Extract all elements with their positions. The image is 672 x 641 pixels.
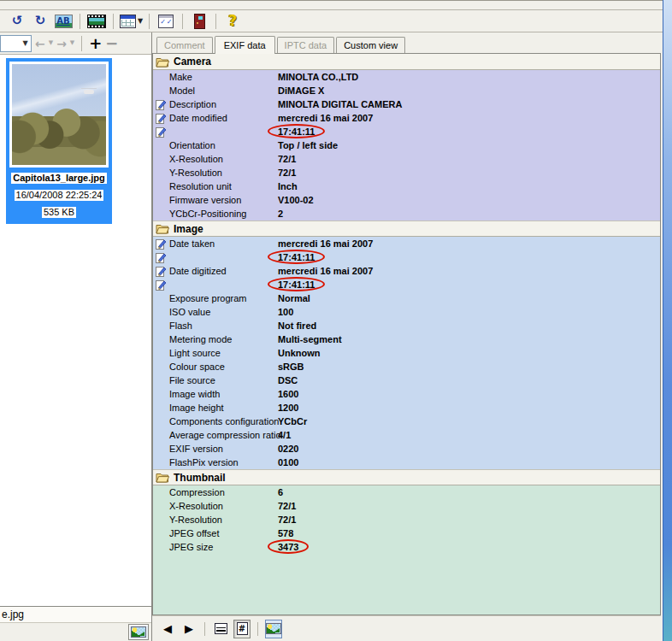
exif-row: X-Resolution72/1 — [153, 152, 660, 166]
exit-button[interactable] — [189, 12, 209, 31]
properties-button[interactable] — [156, 12, 176, 31]
folder-combobox[interactable]: ▼ — [0, 35, 32, 52]
exif-field-label: JPEG size — [169, 542, 278, 552]
exif-row: Firmware versionV100-02 — [153, 193, 660, 207]
exif-field-value: sRGB — [278, 362, 304, 372]
list-view-button[interactable] — [212, 620, 229, 638]
exif-field-value: mercredi 16 mai 2007 — [278, 266, 373, 276]
exif-field-value: 0220 — [278, 444, 298, 454]
index-view-button[interactable]: # — [233, 620, 251, 638]
tab-custom-view[interactable]: Custom view — [336, 37, 405, 53]
section-header-camera: Camera — [153, 54, 660, 70]
exif-row: Y-Resolution72/1 — [153, 166, 660, 179]
next-arrow-icon: ▶ — [185, 623, 193, 634]
zoom-out-button[interactable]: − — [105, 36, 118, 51]
info-panel: Comment EXIF data IPTC data Custom view … — [152, 32, 672, 641]
exif-field-value-highlighted: 17:41:11 — [278, 279, 315, 290]
exif-field-label: Compression — [169, 487, 278, 497]
section-title: Thumbnail — [174, 472, 226, 484]
toolbar-separator — [257, 622, 258, 636]
rotate-ccw-button[interactable]: ↺ — [7, 12, 27, 31]
browser-status-area: e.jpg — [0, 606, 151, 641]
exif-field-label: Flash — [169, 320, 278, 331]
exif-field-label: Make — [169, 72, 278, 82]
rotate-cw-button[interactable]: ↻ — [30, 12, 50, 31]
exif-field-label: Date digitized — [169, 266, 278, 276]
application-window: ↺ ↻ AB ▼ ? ▼ ← ▼ → ▼ + − — [0, 0, 672, 641]
toolbar-separator — [81, 36, 82, 51]
next-image-button[interactable]: ▶ — [180, 620, 197, 638]
edit-icon[interactable] — [153, 252, 169, 263]
thumbnail-item-selected[interactable]: Capitola13_large.jpg 16/04/2008 22:25:24… — [6, 58, 112, 224]
exif-section-image: ImageDate takenmercredi 16 mai 200717:41… — [153, 221, 660, 469]
section-rows: MakeMINOLTA CO.,LTDModelDiMAGE XDescript… — [153, 70, 660, 221]
exif-field-value: 100 — [278, 307, 293, 317]
zoom-in-button[interactable]: + — [89, 36, 102, 51]
slideshow-button[interactable] — [86, 12, 107, 31]
previous-image-button[interactable]: ◀ — [159, 620, 176, 638]
help-button[interactable]: ? — [222, 12, 243, 31]
forward-button[interactable]: → — [56, 38, 67, 50]
forward-history-dropdown[interactable]: ▼ — [70, 40, 74, 46]
index-view-icon: # — [237, 622, 248, 635]
edit-icon[interactable] — [153, 113, 169, 124]
section-title: Camera — [174, 56, 211, 68]
tab-comment[interactable]: Comment — [156, 37, 213, 53]
exif-field-value: DSC — [278, 375, 298, 385]
exif-section-thumbnail: ThumbnailCompression6X-Resolution72/1Y-R… — [153, 469, 660, 615]
back-history-dropdown[interactable]: ▼ — [49, 40, 53, 46]
exif-field-label: EXIF version — [169, 444, 278, 454]
exif-data-panel: CameraMakeMINOLTA CO.,LTDModelDiMAGE XDe… — [152, 53, 661, 615]
checklist-icon — [158, 15, 174, 28]
exif-row: 17:41:11 — [153, 125, 660, 138]
exif-field-label: ISO value — [169, 307, 278, 317]
exif-field-value-highlighted: 17:41:11 — [278, 252, 315, 262]
thumbnail-view-button[interactable]: ▼ — [120, 12, 143, 31]
toolbar-separator — [215, 14, 216, 29]
edit-icon[interactable] — [153, 266, 169, 277]
chevron-down-icon: ▼ — [20, 37, 31, 50]
folder-icon — [156, 472, 169, 483]
exif-row: Metering modeMulti-segment — [153, 332, 660, 346]
image-view-button[interactable] — [265, 620, 282, 638]
exif-field-value: Inch — [278, 181, 298, 191]
navigation-toolbar: ▼ ← ▼ → ▼ + − — [0, 32, 151, 55]
edit-icon[interactable] — [153, 99, 169, 110]
image-preview-icon — [131, 626, 146, 638]
rotate-ccw-icon: ↺ — [12, 15, 23, 27]
exif-row: Image height1200 — [153, 401, 660, 415]
exif-field-label: Metering mode — [169, 334, 278, 344]
caption-button[interactable]: AB — [53, 12, 74, 31]
exif-field-label: Image height — [169, 403, 278, 413]
tab-exif-data[interactable]: EXIF data — [215, 36, 275, 54]
folder-icon — [156, 56, 169, 68]
exif-row: Resolution unitInch — [153, 179, 660, 193]
exif-field-value: 2 — [278, 209, 283, 219]
toolbar-separator — [80, 14, 80, 29]
exif-row: 17:41:11 — [153, 278, 660, 291]
exif-row: Average compression ratio4/1 — [153, 428, 660, 442]
exif-field-value: MINOLTA CO.,LTD — [278, 72, 358, 82]
exif-field-value: 72/1 — [278, 168, 296, 178]
exif-field-value: DiMAGE X — [278, 85, 324, 96]
toolbar-separator — [182, 14, 183, 29]
exif-field-value: 72/1 — [278, 515, 296, 525]
exif-field-label: Model — [169, 85, 278, 96]
exif-field-label: Colour space — [169, 362, 278, 372]
exif-row: MakeMINOLTA CO.,LTD — [153, 70, 660, 84]
filmstrip-icon — [87, 15, 106, 28]
edit-icon[interactable] — [153, 126, 169, 138]
exif-row: Date digitizedmercredi 16 mai 2007 — [153, 264, 660, 278]
exif-row: Exposure programNormal — [153, 291, 660, 305]
edit-icon[interactable] — [153, 238, 169, 250]
tab-iptc-data[interactable]: IPTC data — [277, 37, 335, 53]
helicopter-in-photo — [84, 90, 94, 94]
chevron-down-icon: ▼ — [138, 17, 143, 25]
exif-row: ModelDiMAGE X — [153, 84, 660, 97]
exif-field-label: Components configuration — [169, 416, 278, 426]
preview-toggle-button[interactable] — [128, 624, 149, 640]
image-view-icon — [266, 623, 281, 634]
back-button[interactable]: ← — [35, 38, 45, 50]
edit-icon[interactable] — [153, 279, 169, 291]
exif-field-value: Normal — [278, 293, 310, 303]
